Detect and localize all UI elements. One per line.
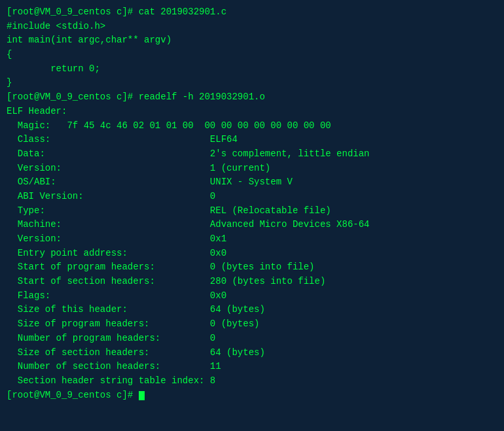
- field-value: 64 (bytes): [210, 347, 265, 358]
- field-label: Section header string table index:: [7, 375, 210, 386]
- terminal-line-22: Flags: 0x0: [7, 289, 497, 303]
- field-label: Type:: [7, 205, 210, 216]
- field-value: 11: [210, 361, 221, 371]
- terminal-line-18: Version: 0x1: [7, 232, 497, 247]
- field-value: 0x0: [210, 248, 226, 258]
- terminal-line-20: Start of program headers: 0 (bytes into …: [7, 260, 497, 275]
- field-value: 8: [210, 375, 215, 386]
- field-value: 1 (current): [210, 163, 270, 173]
- field-value: 0 (bytes): [210, 319, 260, 329]
- terminal-line-16: Type: REL (Relocatable file): [7, 204, 497, 218]
- field-value: 64 (bytes): [210, 304, 265, 315]
- field-label: Start of program headers:: [7, 262, 210, 272]
- terminal-line-17: Machine: Advanced Micro Devices X86-64: [7, 218, 497, 232]
- terminal-line-0: [root@VM_0_9_centos c]# cat 2019032901.c: [7, 5, 497, 20]
- field-label: Size of section headers:: [7, 347, 210, 358]
- field-label: Machine:: [7, 219, 210, 230]
- terminal-line-10: Magic: 7f 45 4c 46 02 01 01 00 00 00 00 …: [7, 119, 497, 133]
- field-label: Version:: [7, 233, 210, 244]
- terminal-line-15: ABI Version: 0: [7, 190, 497, 204]
- field-label: ABI Version:: [7, 191, 210, 201]
- terminal-line-12: Data: 2's complement, little endian: [7, 147, 497, 162]
- terminal-line-11: Class: ELF64: [7, 133, 497, 147]
- field-label: Flags:: [7, 290, 210, 301]
- terminal-line-3: int main(int argc,char** argv): [7, 33, 497, 48]
- field-value: 0x1: [210, 233, 226, 244]
- field-label: Number of section headers:: [7, 361, 210, 371]
- field-value: UNIX - System V: [210, 177, 293, 187]
- field-value: ELF64: [210, 134, 238, 145]
- field-value: 0: [210, 333, 215, 343]
- field-label: OS/ABI:: [7, 177, 210, 187]
- terminal-line-14: OS/ABI: UNIX - System V: [7, 175, 497, 190]
- field-label: Magic:: [7, 120, 67, 131]
- field-value: 7f 45 4c 46 02 01 01 00 00 00 00 00 00 0…: [67, 120, 331, 131]
- terminal-line-13: Version: 1 (current): [7, 162, 497, 176]
- terminal: [root@VM_0_9_centos c]# cat 2019032901.c…: [0, 0, 504, 431]
- field-value: 0x0: [210, 290, 226, 301]
- field-label: Entry point address:: [7, 248, 210, 258]
- field-value: 280 (bytes into file): [210, 276, 325, 286]
- field-value: REL (Relocatable file): [210, 205, 331, 216]
- terminal-line-7: }: [7, 76, 497, 90]
- field-label: Size of this header:: [7, 304, 210, 315]
- field-label: Version:: [7, 163, 210, 173]
- terminal-line-21: Start of section headers: 280 (bytes int…: [7, 275, 497, 289]
- terminal-line-9: ELF Header:: [7, 105, 497, 119]
- terminal-line-5: return 0;: [7, 62, 497, 77]
- field-value: 2's complement, little endian: [210, 148, 370, 159]
- field-label: Start of section headers:: [7, 276, 210, 286]
- terminal-line-28: Section header string table index: 8: [7, 374, 497, 388]
- field-value: 0 (bytes into file): [210, 262, 315, 272]
- field-label: Number of program headers:: [7, 333, 210, 343]
- terminal-line-23: Size of this header: 64 (bytes): [7, 303, 497, 317]
- terminal-line-4: {: [7, 48, 497, 62]
- terminal-line-19: Entry point address: 0x0: [7, 247, 497, 261]
- terminal-line-24: Size of program headers: 0 (bytes): [7, 317, 497, 332]
- terminal-line-26: Size of section headers: 64 (bytes): [7, 346, 497, 360]
- field-label: Size of program headers:: [7, 319, 210, 329]
- terminal-line-27: Number of section headers: 11: [7, 360, 497, 374]
- field-value: 0: [210, 191, 215, 201]
- field-label: Data:: [7, 148, 210, 159]
- field-value: Advanced Micro Devices X86-64: [210, 219, 370, 230]
- terminal-line-29: [root@VM_0_9_centos c]#: [7, 388, 497, 403]
- terminal-cursor: [139, 391, 145, 400]
- terminal-line-25: Number of program headers: 0: [7, 332, 497, 346]
- field-label: Class:: [7, 134, 210, 145]
- terminal-line-8: [root@VM_0_9_centos c]# readelf -h 20190…: [7, 90, 497, 105]
- terminal-line-1: #include <stdio.h>: [7, 20, 497, 34]
